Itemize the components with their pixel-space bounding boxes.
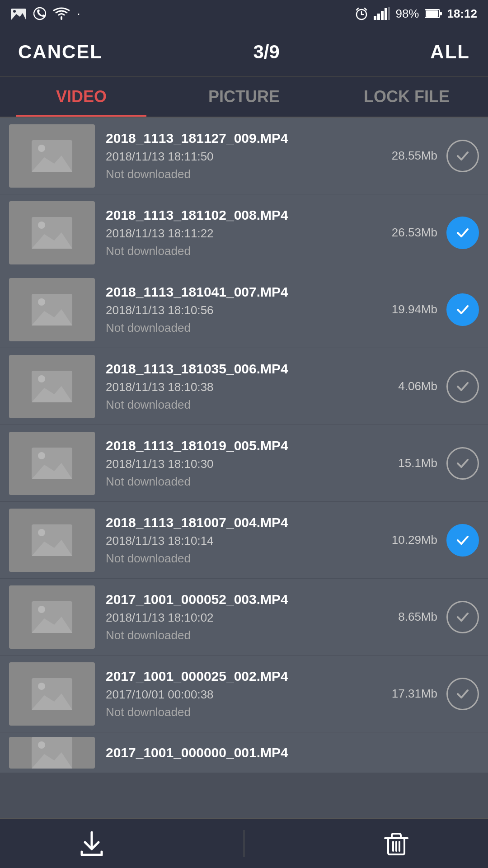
file-size: 28.55Mb — [374, 149, 437, 163]
battery-icon — [425, 9, 442, 19]
file-date: 2018/11/13 18:10:38 — [106, 380, 374, 394]
download-button[interactable] — [60, 823, 123, 864]
file-details: 2018_1113_181019_005.MP4 2018/11/13 18:1… — [106, 438, 374, 489]
bottom-divider — [244, 830, 244, 857]
image-placeholder-icon — [32, 678, 72, 710]
image-placeholder-icon — [32, 737, 72, 769]
checkmark-icon — [454, 532, 471, 549]
file-thumbnail — [9, 355, 95, 418]
svg-point-32 — [38, 606, 45, 613]
file-thumbnail — [9, 278, 95, 341]
image-placeholder-icon — [32, 371, 72, 402]
checkmark-icon — [454, 455, 471, 472]
file-status: Not downloaded — [106, 167, 374, 181]
selection-counter: 3/9 — [253, 41, 279, 63]
select-checkbox[interactable] — [446, 293, 479, 326]
svg-rect-11 — [426, 10, 438, 17]
svg-rect-6 — [377, 14, 380, 20]
cancel-button[interactable]: CANCEL — [18, 41, 103, 63]
file-date: 2017/10/01 00:00:38 — [106, 688, 374, 702]
checkmark-icon — [454, 378, 471, 395]
file-name: 2017_1001_000052_003.MP4 — [106, 592, 374, 607]
status-bar: · 98% 18:12 — [0, 0, 488, 27]
file-name: 2018_1113_181035_006.MP4 — [106, 361, 374, 377]
file-status: Not downloaded — [106, 321, 374, 335]
file-status: Not downloaded — [106, 705, 374, 719]
file-size: 10.29Mb — [374, 533, 437, 547]
select-checkbox[interactable] — [446, 217, 479, 249]
file-date: 2018/11/13 18:11:22 — [106, 226, 374, 241]
status-right-info: 98% 18:12 — [355, 7, 477, 21]
list-item[interactable]: 2017_1001_000025_002.MP4 2017/10/01 00:0… — [0, 656, 488, 732]
list-item[interactable]: 2018_1113_181019_005.MP4 2018/11/13 18:1… — [0, 425, 488, 502]
file-size: 15.1Mb — [374, 456, 437, 470]
file-status: Not downloaded — [106, 475, 374, 489]
svg-rect-9 — [388, 7, 390, 20]
file-date: 2018/11/13 18:10:30 — [106, 457, 374, 471]
select-checkbox[interactable] — [446, 370, 479, 403]
checkmark-icon — [454, 147, 471, 165]
file-thumbnail — [9, 585, 95, 649]
file-details: 2018_1113_181041_007.MP4 2018/11/13 18:1… — [106, 284, 374, 335]
download-icon — [78, 830, 105, 857]
svg-point-29 — [38, 529, 45, 536]
svg-point-26 — [38, 452, 45, 459]
select-checkbox[interactable] — [446, 524, 479, 557]
svg-rect-5 — [374, 16, 376, 20]
list-item[interactable]: 2018_1113_181127_009.MP4 2018/11/13 18:1… — [0, 118, 488, 194]
time-display: 18:12 — [447, 7, 478, 21]
select-checkbox[interactable] — [446, 140, 479, 172]
top-nav: CANCEL 3/9 ALL — [0, 27, 488, 77]
tab-lock-file[interactable]: LOCK FILE — [325, 77, 488, 117]
file-name: 2018_1113_181102_008.MP4 — [106, 208, 374, 223]
status-left-icons: · — [11, 6, 80, 21]
file-status: Not downloaded — [106, 244, 374, 258]
file-date: 2018/11/13 18:10:56 — [106, 303, 374, 317]
image-placeholder-icon — [32, 217, 72, 249]
file-details: 2017_1001_000052_003.MP4 2018/11/13 18:1… — [106, 592, 374, 642]
list-item[interactable]: 2017_1001_000052_003.MP4 2018/11/13 18:1… — [0, 579, 488, 656]
photo-icon — [11, 7, 26, 20]
svg-point-14 — [38, 145, 45, 152]
svg-rect-7 — [381, 11, 384, 20]
svg-point-38 — [38, 741, 45, 749]
file-size: 4.06Mb — [374, 379, 437, 393]
file-details: 2018_1113_181127_009.MP4 2018/11/13 18:1… — [106, 131, 374, 181]
list-item[interactable]: 2018_1113_181035_006.MP4 2018/11/13 18:1… — [0, 348, 488, 425]
select-checkbox[interactable] — [446, 601, 479, 633]
bottom-bar — [0, 818, 488, 868]
svg-point-23 — [38, 375, 45, 382]
select-checkbox[interactable] — [446, 447, 479, 480]
svg-point-35 — [38, 683, 45, 690]
file-status: Not downloaded — [106, 398, 374, 412]
file-thumbnail — [9, 509, 95, 572]
svg-point-17 — [38, 222, 45, 229]
list-item[interactable]: 2018_1113_181102_008.MP4 2018/11/13 18:1… — [0, 194, 488, 271]
tab-picture[interactable]: PICTURE — [163, 77, 325, 117]
file-status: Not downloaded — [106, 628, 374, 642]
list-item[interactable]: 2018_1113_181041_007.MP4 2018/11/13 18:1… — [0, 271, 488, 348]
checkmark-icon — [454, 609, 471, 626]
svg-rect-8 — [385, 8, 387, 20]
delete-icon — [383, 830, 410, 857]
image-placeholder-icon — [32, 601, 72, 633]
tab-video[interactable]: VIDEO — [0, 77, 163, 117]
file-status: Not downloaded — [106, 552, 374, 566]
file-thumbnail — [9, 201, 95, 264]
select-all-button[interactable]: ALL — [430, 41, 470, 63]
file-name: 2018_1113_181041_007.MP4 — [106, 284, 374, 300]
file-date: 2018/11/13 18:11:50 — [106, 150, 374, 164]
image-placeholder-icon — [32, 524, 72, 556]
list-item[interactable]: 2017_1001_000000_001.MP4 — [0, 732, 488, 773]
alarm-icon — [355, 7, 368, 20]
file-size: 26.53Mb — [374, 226, 437, 240]
file-details: 2018_1113_181102_008.MP4 2018/11/13 18:1… — [106, 208, 374, 258]
svg-rect-12 — [440, 12, 442, 15]
list-item[interactable]: 2018_1113_181007_004.MP4 2018/11/13 18:1… — [0, 502, 488, 579]
file-name: 2018_1113_181007_004.MP4 — [106, 515, 374, 530]
file-details: 2018_1113_181007_004.MP4 2018/11/13 18:1… — [106, 515, 374, 566]
delete-button[interactable] — [365, 823, 428, 864]
select-checkbox[interactable] — [446, 678, 479, 710]
file-details: 2017_1001_000000_001.MP4 — [106, 745, 479, 760]
image-placeholder-icon — [32, 140, 72, 172]
